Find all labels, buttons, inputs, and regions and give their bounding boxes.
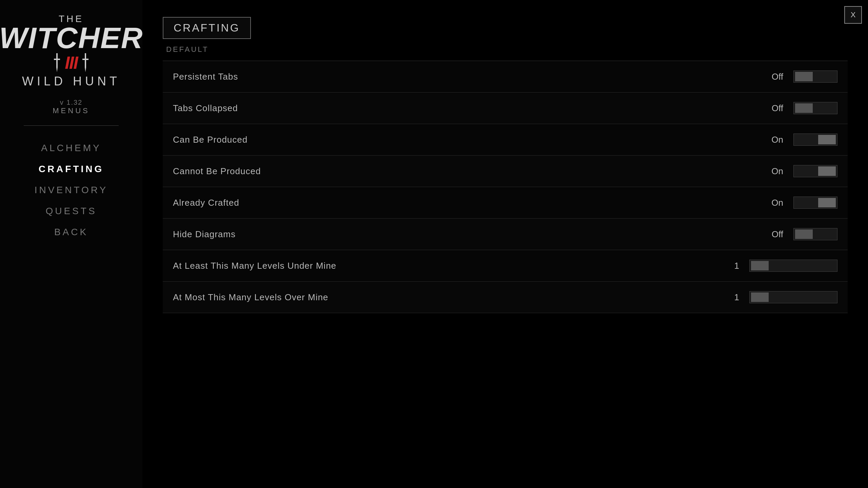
svg-rect-3: [85, 53, 86, 67]
setting-value-persistent-tabs: Off: [756, 72, 783, 82]
setting-label-persistent-tabs: Persistent Tabs: [173, 72, 756, 82]
setting-label-tabs-collapsed: Tabs Collapsed: [173, 103, 756, 114]
setting-row-at-most-levels: At Most This Many Levels Over Mine 1: [163, 282, 848, 313]
setting-row-persistent-tabs: Persistent Tabs Off: [163, 61, 848, 93]
setting-row-can-be-produced: Can Be Produced On: [163, 124, 848, 156]
slider-knob-at-least-levels: [751, 261, 769, 270]
slider-at-least-levels[interactable]: [749, 260, 837, 272]
svg-marker-5: [85, 67, 86, 72]
nav-items: ALCHEMY CRAFTING INVENTORY QUESTS BACK: [0, 143, 142, 238]
logo-swords-icon: III: [52, 53, 90, 73]
logo-container: THE WITCHER III WILD HUNT: [0, 14, 143, 88]
svg-rect-1: [54, 59, 60, 60]
logo-wild-hunt: WILD HUNT: [22, 74, 120, 88]
setting-value-at-least-levels: 1: [712, 261, 739, 271]
page-header: Crafting DEFAULT: [163, 17, 848, 54]
svg-rect-0: [56, 53, 58, 67]
setting-label-can-be-produced: Can Be Produced: [173, 135, 756, 145]
main-content: Crafting DEFAULT Persistent Tabs Off Tab…: [142, 0, 868, 488]
settings-container: Persistent Tabs Off Tabs Collapsed Off C…: [163, 61, 848, 313]
toggle-tabs-collapsed[interactable]: [793, 102, 837, 114]
sidebar-item-inventory[interactable]: INVENTORY: [35, 185, 108, 196]
sword-right-icon: [80, 53, 91, 73]
logo-witcher: WITCHER: [0, 24, 143, 51]
setting-label-already-crafted: Already Crafted: [173, 198, 756, 208]
setting-value-hide-diagrams: Off: [756, 229, 783, 240]
version-text: v 1.32: [60, 99, 82, 106]
setting-value-already-crafted: On: [756, 198, 783, 208]
sidebar-item-back[interactable]: BACK: [54, 227, 88, 238]
default-label: DEFAULT: [166, 45, 848, 54]
toggle-already-crafted[interactable]: [793, 197, 837, 209]
toggle-knob-cannot-be-produced: [818, 166, 836, 176]
page-title: Crafting: [174, 22, 240, 34]
sidebar-item-quests[interactable]: QUESTS: [45, 206, 97, 217]
toggle-knob-persistent-tabs: [795, 72, 813, 81]
toggle-persistent-tabs[interactable]: [793, 70, 837, 83]
sidebar-divider: [24, 125, 119, 126]
setting-value-at-most-levels: 1: [712, 292, 739, 303]
menus-label: MENUS: [53, 106, 90, 115]
setting-row-hide-diagrams: Hide Diagrams Off: [163, 219, 848, 250]
setting-label-hide-diagrams: Hide Diagrams: [173, 229, 756, 240]
setting-row-tabs-collapsed: Tabs Collapsed Off: [163, 93, 848, 124]
svg-marker-2: [56, 67, 58, 72]
slider-at-most-levels[interactable]: [749, 291, 837, 303]
toggle-knob-tabs-collapsed: [795, 103, 813, 113]
slider-knob-at-most-levels: [751, 292, 769, 302]
toggle-knob-already-crafted: [818, 198, 836, 207]
toggle-cannot-be-produced[interactable]: [793, 165, 837, 177]
close-button[interactable]: X: [844, 6, 862, 24]
setting-label-at-least-levels: At Least This Many Levels Under Mine: [173, 261, 712, 271]
setting-label-at-most-levels: At Most This Many Levels Over Mine: [173, 292, 712, 303]
sidebar-item-crafting[interactable]: CRAFTING: [39, 164, 104, 175]
toggle-hide-diagrams[interactable]: [793, 228, 837, 240]
setting-value-can-be-produced: On: [756, 135, 783, 145]
page-title-box: Crafting: [163, 17, 251, 39]
logo-iii: III: [65, 54, 77, 72]
toggle-knob-hide-diagrams: [795, 229, 813, 239]
setting-label-cannot-be-produced: Cannot Be Produced: [173, 166, 756, 177]
sword-left-icon: [52, 53, 62, 73]
toggle-knob-can-be-produced: [818, 135, 836, 144]
setting-row-cannot-be-produced: Cannot Be Produced On: [163, 156, 848, 187]
setting-row-at-least-levels: At Least This Many Levels Under Mine 1: [163, 250, 848, 282]
svg-rect-4: [82, 59, 88, 60]
setting-value-tabs-collapsed: Off: [756, 103, 783, 114]
setting-row-already-crafted: Already Crafted On: [163, 187, 848, 219]
sidebar: THE WITCHER III WILD HUNT v 1.32 MENUS A…: [0, 0, 142, 488]
setting-value-cannot-be-produced: On: [756, 166, 783, 177]
toggle-can-be-produced[interactable]: [793, 134, 837, 146]
sidebar-item-alchemy[interactable]: ALCHEMY: [41, 143, 101, 154]
